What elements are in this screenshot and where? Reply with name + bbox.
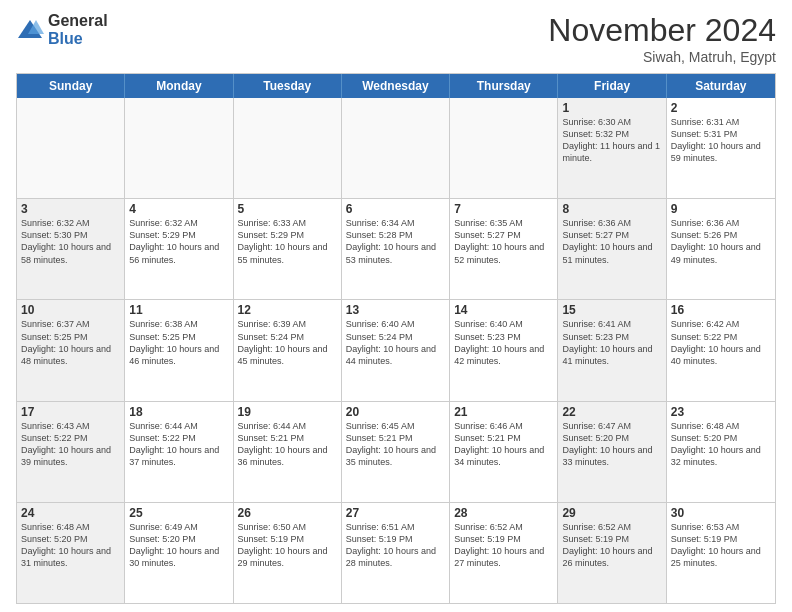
page: General Blue November 2024 Siwah, Matruh… (0, 0, 792, 612)
cal-cell-4-0: 24Sunrise: 6:48 AM Sunset: 5:20 PM Dayli… (17, 503, 125, 603)
week-row-3: 17Sunrise: 6:43 AM Sunset: 5:22 PM Dayli… (17, 401, 775, 502)
day-number-16: 16 (671, 303, 771, 317)
logo-icon (16, 16, 44, 44)
cal-cell-1-2: 5Sunrise: 6:33 AM Sunset: 5:29 PM Daylig… (234, 199, 342, 299)
cal-cell-2-6: 16Sunrise: 6:42 AM Sunset: 5:22 PM Dayli… (667, 300, 775, 400)
day-info-23: Sunrise: 6:48 AM Sunset: 5:20 PM Dayligh… (671, 420, 771, 469)
day-info-16: Sunrise: 6:42 AM Sunset: 5:22 PM Dayligh… (671, 318, 771, 367)
day-info-2: Sunrise: 6:31 AM Sunset: 5:31 PM Dayligh… (671, 116, 771, 165)
header-sunday: Sunday (17, 74, 125, 98)
day-number-1: 1 (562, 101, 661, 115)
cal-cell-3-0: 17Sunrise: 6:43 AM Sunset: 5:22 PM Dayli… (17, 402, 125, 502)
cal-cell-2-2: 12Sunrise: 6:39 AM Sunset: 5:24 PM Dayli… (234, 300, 342, 400)
cal-cell-0-4 (450, 98, 558, 198)
cal-cell-2-4: 14Sunrise: 6:40 AM Sunset: 5:23 PM Dayli… (450, 300, 558, 400)
day-info-13: Sunrise: 6:40 AM Sunset: 5:24 PM Dayligh… (346, 318, 445, 367)
cal-cell-2-5: 15Sunrise: 6:41 AM Sunset: 5:23 PM Dayli… (558, 300, 666, 400)
day-info-8: Sunrise: 6:36 AM Sunset: 5:27 PM Dayligh… (562, 217, 661, 266)
day-info-9: Sunrise: 6:36 AM Sunset: 5:26 PM Dayligh… (671, 217, 771, 266)
day-number-24: 24 (21, 506, 120, 520)
day-number-15: 15 (562, 303, 661, 317)
cal-cell-4-5: 29Sunrise: 6:52 AM Sunset: 5:19 PM Dayli… (558, 503, 666, 603)
cal-cell-0-1 (125, 98, 233, 198)
day-info-3: Sunrise: 6:32 AM Sunset: 5:30 PM Dayligh… (21, 217, 120, 266)
week-row-2: 10Sunrise: 6:37 AM Sunset: 5:25 PM Dayli… (17, 299, 775, 400)
day-info-28: Sunrise: 6:52 AM Sunset: 5:19 PM Dayligh… (454, 521, 553, 570)
day-number-26: 26 (238, 506, 337, 520)
day-number-12: 12 (238, 303, 337, 317)
logo: General Blue (16, 12, 108, 47)
calendar-header: Sunday Monday Tuesday Wednesday Thursday… (17, 74, 775, 98)
cal-cell-1-6: 9Sunrise: 6:36 AM Sunset: 5:26 PM Daylig… (667, 199, 775, 299)
day-info-12: Sunrise: 6:39 AM Sunset: 5:24 PM Dayligh… (238, 318, 337, 367)
day-info-27: Sunrise: 6:51 AM Sunset: 5:19 PM Dayligh… (346, 521, 445, 570)
header-saturday: Saturday (667, 74, 775, 98)
day-number-6: 6 (346, 202, 445, 216)
location-subtitle: Siwah, Matruh, Egypt (548, 49, 776, 65)
day-info-1: Sunrise: 6:30 AM Sunset: 5:32 PM Dayligh… (562, 116, 661, 165)
day-info-5: Sunrise: 6:33 AM Sunset: 5:29 PM Dayligh… (238, 217, 337, 266)
day-number-10: 10 (21, 303, 120, 317)
cal-cell-4-3: 27Sunrise: 6:51 AM Sunset: 5:19 PM Dayli… (342, 503, 450, 603)
day-number-25: 25 (129, 506, 228, 520)
day-number-30: 30 (671, 506, 771, 520)
day-info-29: Sunrise: 6:52 AM Sunset: 5:19 PM Dayligh… (562, 521, 661, 570)
day-number-4: 4 (129, 202, 228, 216)
cal-cell-3-3: 20Sunrise: 6:45 AM Sunset: 5:21 PM Dayli… (342, 402, 450, 502)
day-number-21: 21 (454, 405, 553, 419)
cal-cell-0-0 (17, 98, 125, 198)
cal-cell-2-3: 13Sunrise: 6:40 AM Sunset: 5:24 PM Dayli… (342, 300, 450, 400)
day-number-9: 9 (671, 202, 771, 216)
cal-cell-1-5: 8Sunrise: 6:36 AM Sunset: 5:27 PM Daylig… (558, 199, 666, 299)
cal-cell-0-6: 2Sunrise: 6:31 AM Sunset: 5:31 PM Daylig… (667, 98, 775, 198)
day-info-6: Sunrise: 6:34 AM Sunset: 5:28 PM Dayligh… (346, 217, 445, 266)
calendar: Sunday Monday Tuesday Wednesday Thursday… (16, 73, 776, 604)
day-info-4: Sunrise: 6:32 AM Sunset: 5:29 PM Dayligh… (129, 217, 228, 266)
cal-cell-4-1: 25Sunrise: 6:49 AM Sunset: 5:20 PM Dayli… (125, 503, 233, 603)
header: General Blue November 2024 Siwah, Matruh… (16, 12, 776, 65)
cal-cell-3-2: 19Sunrise: 6:44 AM Sunset: 5:21 PM Dayli… (234, 402, 342, 502)
day-info-7: Sunrise: 6:35 AM Sunset: 5:27 PM Dayligh… (454, 217, 553, 266)
cal-cell-1-1: 4Sunrise: 6:32 AM Sunset: 5:29 PM Daylig… (125, 199, 233, 299)
day-number-19: 19 (238, 405, 337, 419)
day-info-18: Sunrise: 6:44 AM Sunset: 5:22 PM Dayligh… (129, 420, 228, 469)
day-info-30: Sunrise: 6:53 AM Sunset: 5:19 PM Dayligh… (671, 521, 771, 570)
day-number-20: 20 (346, 405, 445, 419)
day-number-18: 18 (129, 405, 228, 419)
calendar-body: 1Sunrise: 6:30 AM Sunset: 5:32 PM Daylig… (17, 98, 775, 603)
day-number-2: 2 (671, 101, 771, 115)
cal-cell-4-4: 28Sunrise: 6:52 AM Sunset: 5:19 PM Dayli… (450, 503, 558, 603)
cal-cell-1-3: 6Sunrise: 6:34 AM Sunset: 5:28 PM Daylig… (342, 199, 450, 299)
day-info-14: Sunrise: 6:40 AM Sunset: 5:23 PM Dayligh… (454, 318, 553, 367)
day-info-26: Sunrise: 6:50 AM Sunset: 5:19 PM Dayligh… (238, 521, 337, 570)
day-number-23: 23 (671, 405, 771, 419)
header-wednesday: Wednesday (342, 74, 450, 98)
week-row-1: 3Sunrise: 6:32 AM Sunset: 5:30 PM Daylig… (17, 198, 775, 299)
header-tuesday: Tuesday (234, 74, 342, 98)
header-friday: Friday (558, 74, 666, 98)
day-info-25: Sunrise: 6:49 AM Sunset: 5:20 PM Dayligh… (129, 521, 228, 570)
day-info-20: Sunrise: 6:45 AM Sunset: 5:21 PM Dayligh… (346, 420, 445, 469)
day-number-17: 17 (21, 405, 120, 419)
day-number-14: 14 (454, 303, 553, 317)
logo-general: General (48, 12, 108, 30)
day-info-19: Sunrise: 6:44 AM Sunset: 5:21 PM Dayligh… (238, 420, 337, 469)
logo-text: General Blue (48, 12, 108, 47)
day-info-10: Sunrise: 6:37 AM Sunset: 5:25 PM Dayligh… (21, 318, 120, 367)
header-thursday: Thursday (450, 74, 558, 98)
cal-cell-3-6: 23Sunrise: 6:48 AM Sunset: 5:20 PM Dayli… (667, 402, 775, 502)
day-number-7: 7 (454, 202, 553, 216)
logo-blue: Blue (48, 30, 108, 48)
month-title: November 2024 (548, 12, 776, 49)
title-area: November 2024 Siwah, Matruh, Egypt (548, 12, 776, 65)
cal-cell-2-0: 10Sunrise: 6:37 AM Sunset: 5:25 PM Dayli… (17, 300, 125, 400)
day-number-22: 22 (562, 405, 661, 419)
day-number-13: 13 (346, 303, 445, 317)
cal-cell-4-6: 30Sunrise: 6:53 AM Sunset: 5:19 PM Dayli… (667, 503, 775, 603)
day-number-5: 5 (238, 202, 337, 216)
cal-cell-0-3 (342, 98, 450, 198)
cal-cell-4-2: 26Sunrise: 6:50 AM Sunset: 5:19 PM Dayli… (234, 503, 342, 603)
cal-cell-0-5: 1Sunrise: 6:30 AM Sunset: 5:32 PM Daylig… (558, 98, 666, 198)
day-number-8: 8 (562, 202, 661, 216)
header-monday: Monday (125, 74, 233, 98)
